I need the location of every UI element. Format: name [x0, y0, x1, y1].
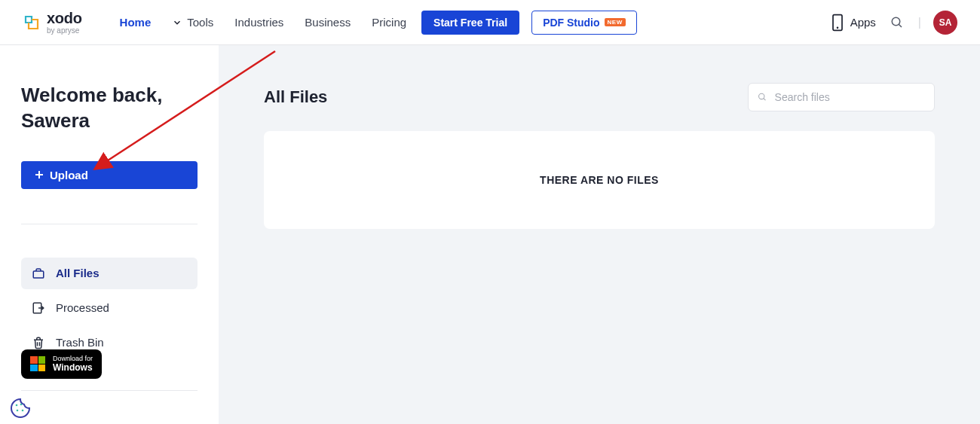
cookie-settings-button[interactable]	[9, 397, 32, 419]
svg-rect-3	[33, 271, 44, 278]
welcome-line1: Welcome back,	[21, 83, 198, 108]
upload-button[interactable]: Upload	[21, 161, 198, 189]
search-files-wrap[interactable]	[748, 83, 935, 111]
briefcase-icon	[32, 267, 45, 280]
sidebar-item-all-files[interactable]: All Files	[21, 258, 198, 289]
export-icon	[32, 301, 45, 315]
files-card: THERE ARE NO FILES	[264, 131, 935, 229]
upload-label: Upload	[50, 169, 88, 181]
search-icon	[890, 16, 904, 29]
main-header: All Files	[264, 83, 935, 111]
main-nav: Home Tools Industries Business Pricing	[120, 16, 407, 29]
brand-logo[interactable]: xodo by apryse	[23, 11, 82, 35]
brand-sub: by apryse	[47, 27, 82, 35]
windows-logo-icon	[30, 356, 45, 371]
brand-text: xodo by apryse	[47, 11, 82, 35]
sidebar-item-processed[interactable]: Processed	[21, 292, 198, 324]
nav-tools-label: Tools	[187, 16, 213, 29]
nav-industries[interactable]: Industries	[234, 16, 283, 29]
svg-point-1	[836, 26, 838, 29]
main-content: All Files THERE ARE NO FILES	[219, 45, 980, 424]
page-title: All Files	[264, 87, 327, 107]
start-free-trial-button[interactable]: Start Free Trial	[421, 11, 519, 35]
xodo-logo-icon	[23, 14, 41, 32]
sidebar-divider	[21, 224, 198, 224]
trash-icon	[32, 336, 45, 349]
nav-business[interactable]: Business	[305, 16, 351, 29]
nav-tools[interactable]: Tools	[172, 16, 213, 29]
header-search-button[interactable]	[888, 14, 906, 32]
sidebar: Welcome back, Sawera Upload All Files Pr…	[0, 45, 219, 424]
search-icon	[758, 92, 767, 102]
phone-icon	[831, 14, 844, 32]
welcome-line2: Sawera	[21, 108, 198, 134]
brand-name: xodo	[47, 11, 82, 26]
svg-point-5	[16, 404, 18, 407]
pdf-studio-label: PDF Studio	[543, 17, 599, 29]
sidebar-label-all-files: All Files	[56, 267, 100, 279]
sidebar-bottom-divider	[21, 390, 198, 391]
header-actions: Apps | SA	[831, 11, 957, 35]
apps-label: Apps	[850, 16, 876, 29]
download-windows-button[interactable]: Download for Windows	[21, 349, 102, 379]
nav-cta-group: Start Free Trial PDF Studio NEW	[421, 11, 637, 35]
sidebar-nav: All Files Processed Trash Bin	[21, 258, 198, 358]
svg-point-2	[892, 17, 900, 26]
svg-point-7	[17, 410, 19, 412]
empty-state-message: THERE ARE NO FILES	[540, 174, 659, 186]
svg-point-6	[20, 404, 23, 406]
new-badge: NEW	[605, 18, 626, 26]
top-header: xodo by apryse Home Tools Industries Bus…	[0, 0, 980, 45]
chevron-down-icon	[172, 17, 182, 28]
sidebar-label-trash: Trash Bin	[56, 336, 104, 349]
nav-pricing[interactable]: Pricing	[372, 16, 406, 29]
svg-point-9	[759, 93, 764, 99]
svg-point-8	[22, 410, 24, 412]
nav-home[interactable]: Home	[120, 16, 152, 29]
welcome-block: Welcome back, Sawera	[21, 83, 198, 134]
apps-link[interactable]: Apps	[831, 14, 876, 32]
pdf-studio-button[interactable]: PDF Studio NEW	[531, 11, 637, 35]
user-avatar[interactable]: SA	[933, 11, 957, 35]
plus-icon	[35, 170, 44, 179]
search-files-input[interactable]	[775, 91, 925, 103]
sidebar-label-processed: Processed	[56, 301, 109, 314]
download-big: Windows	[53, 363, 93, 373]
header-divider: |	[918, 16, 921, 29]
